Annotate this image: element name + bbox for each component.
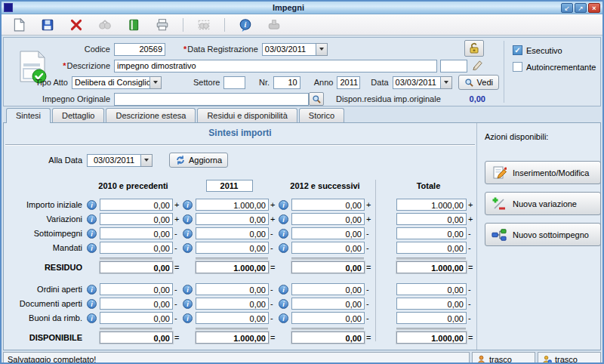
info-icon[interactable]: i bbox=[279, 243, 288, 253]
amount-field[interactable]: 0,00 bbox=[100, 213, 173, 225]
nr-input[interactable]: 10 bbox=[273, 76, 300, 89]
descrizione-input[interactable]: impegno dimostrativo bbox=[114, 60, 437, 72]
info-icon[interactable]: i bbox=[183, 285, 193, 295]
amount-field[interactable]: 0,00 bbox=[196, 242, 269, 254]
amount-field[interactable]: 0,00 bbox=[291, 312, 365, 324]
amount-field[interactable]: 0,00 bbox=[196, 227, 269, 239]
amount-field[interactable]: 1.000,00 bbox=[396, 199, 467, 211]
amount-field[interactable]: 0,00 bbox=[396, 227, 467, 239]
descrizione-extra-input[interactable] bbox=[440, 60, 467, 72]
archive-icon[interactable] bbox=[125, 17, 142, 33]
amount-field[interactable]: 0,00 bbox=[100, 332, 173, 344]
info-icon[interactable]: i bbox=[183, 229, 193, 239]
info-icon[interactable]: i bbox=[87, 214, 97, 224]
info-icon[interactable]: i bbox=[183, 313, 193, 323]
tab-sintesi[interactable]: Sintesi bbox=[6, 108, 51, 123]
amount-field[interactable]: 0,00 bbox=[196, 283, 269, 295]
info-icon[interactable]: i bbox=[87, 313, 97, 323]
info-icon[interactable]: i bbox=[279, 285, 288, 295]
info-icon[interactable]: i bbox=[87, 285, 97, 295]
data-atto-dropdown-icon[interactable] bbox=[441, 76, 452, 89]
impegno-search-icon[interactable] bbox=[309, 92, 324, 106]
amount-field[interactable]: 0,00 bbox=[291, 242, 365, 254]
nuova-variazione-button[interactable]: Nuova variazione bbox=[485, 192, 601, 215]
amount-field[interactable]: 0,00 bbox=[100, 298, 173, 310]
esecutivo-checkbox[interactable]: Esecutivo bbox=[513, 45, 596, 55]
info-icon[interactable]: i bbox=[183, 214, 193, 224]
data-registrazione-input[interactable]: 03/03/2011 bbox=[262, 43, 316, 56]
tab-descrizione-estesa[interactable]: Descrizione estesa bbox=[106, 108, 196, 122]
info-icon[interactable]: i bbox=[183, 243, 193, 253]
amount-field[interactable]: 0,00 bbox=[291, 298, 365, 310]
tab-dettaglio[interactable]: Dettaglio bbox=[52, 108, 104, 122]
impegno-originale-input[interactable] bbox=[114, 93, 309, 106]
data-atto-input[interactable]: 03/03/2011 bbox=[393, 76, 441, 89]
amount-field[interactable]: 0,00 bbox=[100, 261, 173, 273]
tipo-atto-dropdown-icon[interactable] bbox=[150, 76, 162, 89]
amount-field[interactable]: 1.000,00 bbox=[196, 199, 269, 211]
amount-field[interactable]: 0,00 bbox=[396, 298, 467, 310]
info-icon[interactable]: i bbox=[279, 214, 288, 224]
maximize-button[interactable]: ↗ bbox=[575, 3, 587, 13]
amount-field[interactable]: 0,00 bbox=[196, 312, 269, 324]
amount-field[interactable]: 0,00 bbox=[396, 312, 467, 324]
lock-button[interactable] bbox=[464, 40, 484, 57]
vedi-button[interactable]: Vedi bbox=[458, 75, 499, 90]
amount-field[interactable]: 1.000,00 bbox=[196, 332, 269, 344]
close-button[interactable]: × bbox=[588, 3, 600, 13]
amount-field[interactable]: 0,00 bbox=[100, 283, 173, 295]
autoincrementante-checkbox[interactable]: Autoincrementante bbox=[513, 62, 596, 72]
amount-field[interactable]: 0,00 bbox=[291, 199, 365, 211]
alla-data-input[interactable]: 03/03/2011 bbox=[87, 154, 141, 167]
amount-field[interactable]: 1.000,00 bbox=[196, 261, 269, 273]
amount-field[interactable]: 0,00 bbox=[196, 213, 269, 225]
checkbox-icon[interactable] bbox=[513, 62, 522, 72]
amount-field[interactable]: 0,00 bbox=[291, 213, 365, 225]
anno-input[interactable]: 2011 bbox=[337, 76, 360, 89]
minimize-button[interactable]: ↙ bbox=[561, 3, 573, 13]
amount-field[interactable]: 0,00 bbox=[100, 242, 173, 254]
info-icon[interactable]: i bbox=[183, 299, 193, 309]
new-document-icon[interactable] bbox=[11, 17, 27, 33]
amount-field[interactable]: 0,00 bbox=[100, 312, 173, 324]
delete-icon[interactable] bbox=[68, 17, 85, 33]
tools-icon[interactable] bbox=[266, 17, 282, 33]
info-icon[interactable]: i bbox=[237, 17, 254, 33]
amount-field[interactable]: 0,00 bbox=[196, 298, 269, 310]
print-icon[interactable] bbox=[154, 17, 171, 33]
codice-input[interactable]: 20569 bbox=[114, 43, 165, 56]
inserimento-modifica-button[interactable]: Inserimento/Modifica bbox=[485, 161, 601, 184]
info-icon[interactable]: i bbox=[279, 229, 288, 239]
amount-field[interactable]: 0,00 bbox=[100, 227, 173, 239]
info-icon[interactable]: i bbox=[87, 299, 97, 309]
settore-input[interactable] bbox=[223, 76, 245, 89]
info-icon[interactable]: i bbox=[87, 243, 97, 253]
tab-storico[interactable]: Storico bbox=[299, 108, 344, 122]
info-icon[interactable]: i bbox=[279, 299, 288, 309]
info-icon[interactable]: i bbox=[87, 229, 97, 239]
amount-field[interactable]: 0,00 bbox=[291, 283, 365, 295]
info-icon[interactable]: i bbox=[183, 200, 193, 210]
aggiorna-button[interactable]: Aggiorna bbox=[169, 153, 228, 168]
save-icon[interactable] bbox=[39, 17, 56, 33]
nuovo-sottoimpegno-button[interactable]: Nuovo sottoimpegno bbox=[485, 223, 601, 246]
amount-field[interactable]: 0,00 bbox=[100, 199, 173, 211]
tipo-atto-select[interactable]: Delibera di Consiglio bbox=[72, 76, 150, 89]
select-search-icon[interactable] bbox=[196, 17, 212, 33]
alla-data-dropdown-icon[interactable] bbox=[141, 154, 153, 167]
search-icon[interactable] bbox=[97, 17, 113, 33]
amount-field[interactable]: 0,00 bbox=[291, 332, 365, 344]
tab-residui-e-disponibilit-[interactable]: Residui e disponibilità bbox=[197, 108, 297, 122]
amount-field[interactable]: 0,00 bbox=[396, 283, 467, 295]
info-icon[interactable]: i bbox=[279, 313, 288, 323]
data-registrazione-dropdown-icon[interactable] bbox=[316, 43, 328, 56]
amount-field[interactable]: 0,00 bbox=[396, 213, 467, 225]
amount-field[interactable]: 0,00 bbox=[291, 261, 365, 273]
amount-field[interactable]: 0,00 bbox=[291, 227, 365, 239]
checkbox-icon[interactable] bbox=[513, 45, 522, 55]
amount-field[interactable]: 0,00 bbox=[396, 242, 467, 254]
info-icon[interactable]: i bbox=[279, 200, 288, 210]
info-icon[interactable]: i bbox=[87, 200, 97, 210]
amount-field[interactable]: 1.000,00 bbox=[396, 261, 467, 273]
dictionary-icon[interactable] bbox=[472, 59, 483, 73]
